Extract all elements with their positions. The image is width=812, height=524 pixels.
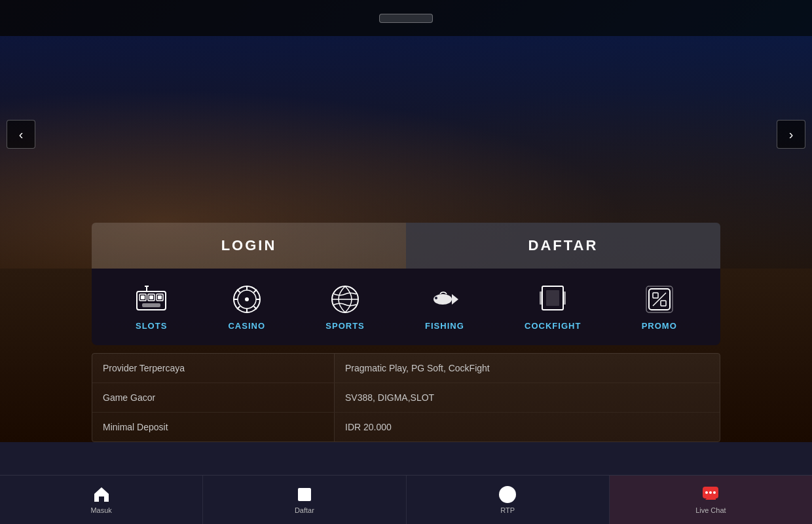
- menu-item-promo[interactable]: PROMO: [629, 275, 690, 339]
- fishing-label: FISHING: [425, 321, 464, 331]
- menu-item-slots[interactable]: SLOTS: [122, 275, 181, 339]
- svg-point-39: [713, 491, 716, 494]
- main-content: SLOTS CASINO: [0, 269, 812, 442]
- table-row: Minimal Deposit IDR 20.000: [92, 413, 720, 441]
- info-value-0: Pragmatic Play, PG Soft, CockFight: [335, 354, 720, 383]
- rtp-icon: [498, 485, 517, 504]
- svg-rect-6: [158, 295, 162, 299]
- info-value-1: SV388, DIGMA,SLOT: [335, 383, 720, 412]
- nav-label-rtp: RTP: [500, 506, 515, 514]
- svg-rect-4: [141, 295, 145, 299]
- login-button[interactable]: LOGIN: [92, 223, 406, 269]
- nav-item-masuk[interactable]: Masuk: [0, 476, 203, 524]
- menu-item-sports[interactable]: SPORTS: [312, 275, 377, 339]
- svg-rect-32: [661, 301, 666, 306]
- cockfight-label: COCKFIGHT: [525, 321, 581, 331]
- menu-item-cockfight[interactable]: COCKFIGHT: [511, 275, 594, 339]
- table-row: Provider Terpercaya Pragmatic Play, PG S…: [92, 354, 720, 383]
- top-header: [0, 0, 812, 36]
- table-row: Game Gacor SV388, DIGMA,SLOT: [92, 383, 720, 413]
- svg-rect-27: [540, 291, 542, 305]
- info-label-2: Minimal Deposit: [92, 413, 335, 441]
- hero-banner: ‹ › LOGIN DAFTAR: [0, 0, 812, 269]
- nav-label-live-chat: Live Chat: [695, 506, 726, 514]
- nav-item-daftar[interactable]: Daftar: [203, 476, 406, 524]
- svg-rect-34: [298, 488, 311, 501]
- svg-rect-31: [653, 293, 658, 298]
- svg-point-23: [434, 294, 452, 305]
- casino-icon: [231, 283, 263, 316]
- game-menu: SLOTS CASINO: [92, 269, 720, 345]
- info-label-0: Provider Terpercaya: [92, 354, 335, 383]
- svg-rect-28: [563, 291, 566, 305]
- svg-point-12: [245, 297, 249, 301]
- nav-label-masuk: Masuk: [90, 506, 111, 514]
- nav-item-rtp[interactable]: RTP: [407, 476, 610, 524]
- register-button[interactable]: DAFTAR: [406, 223, 720, 269]
- svg-rect-26: [546, 290, 559, 306]
- info-value-2: IDR 20.000: [335, 413, 720, 441]
- auth-buttons: LOGIN DAFTAR: [92, 223, 720, 269]
- info-label-1: Game Gacor: [92, 383, 335, 412]
- menu-item-fishing[interactable]: FISHING: [412, 275, 477, 339]
- info-table: Provider Terpercaya Pragmatic Play, PG S…: [92, 353, 720, 442]
- svg-point-38: [709, 491, 712, 494]
- fishing-icon: [428, 283, 461, 316]
- site-logo: [379, 14, 433, 23]
- svg-line-33: [653, 293, 666, 306]
- casino-label: CASINO: [228, 321, 265, 331]
- cockfight-icon: [536, 283, 569, 316]
- sports-label: SPORTS: [325, 321, 364, 331]
- svg-point-35: [499, 486, 516, 503]
- nav-label-daftar: Daftar: [295, 506, 314, 514]
- prev-slide-button[interactable]: ‹: [7, 120, 35, 149]
- svg-rect-9: [142, 303, 160, 307]
- menu-item-casino[interactable]: CASINO: [215, 275, 278, 339]
- register-icon: [295, 485, 314, 504]
- slots-label: SLOTS: [136, 321, 167, 331]
- slots-icon: [135, 283, 168, 316]
- home-icon: [92, 485, 111, 504]
- chat-icon: [701, 485, 720, 504]
- svg-rect-5: [149, 295, 153, 299]
- sports-icon: [329, 283, 361, 316]
- nav-item-live-chat[interactable]: Live Chat: [610, 476, 812, 524]
- svg-point-37: [705, 491, 708, 494]
- promo-label: PROMO: [642, 321, 677, 331]
- promo-icon: [643, 283, 676, 316]
- next-slide-button[interactable]: ›: [777, 120, 805, 149]
- bottom-navigation: Masuk Daftar RTP Live C: [0, 475, 812, 524]
- svg-point-24: [435, 297, 437, 299]
